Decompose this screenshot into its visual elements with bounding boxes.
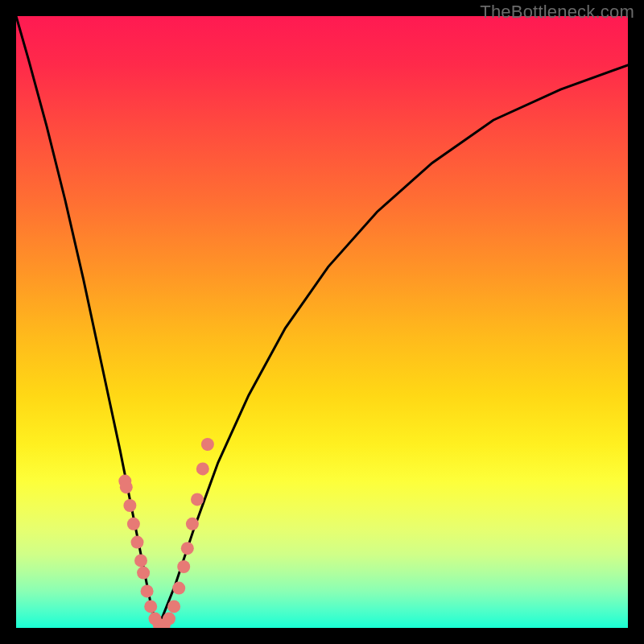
sample-dots: [118, 438, 214, 628]
chart-svg: [16, 16, 628, 628]
sample-dot: [131, 536, 144, 549]
sample-dot: [196, 462, 209, 475]
sample-dot: [120, 481, 133, 493]
bottleneck-curve: [16, 16, 628, 628]
curve-path: [16, 16, 628, 628]
sample-dot: [177, 560, 190, 573]
sample-dot: [123, 499, 136, 512]
sample-dot: [186, 518, 199, 530]
sample-dot: [181, 542, 194, 555]
sample-dot: [141, 584, 154, 597]
sample-dot: [127, 518, 140, 530]
sample-dot: [144, 600, 157, 613]
sample-dot: [167, 600, 180, 613]
sample-dot: [172, 582, 185, 595]
outer-frame: TheBottleneck.com: [0, 0, 644, 644]
watermark-text: TheBottleneck.com: [480, 2, 634, 23]
sample-dot: [191, 493, 204, 506]
sample-dot: [201, 438, 214, 451]
sample-dot: [134, 554, 147, 567]
sample-dot: [137, 567, 150, 580]
sample-dot: [163, 613, 175, 625]
plot-area: [16, 16, 628, 628]
